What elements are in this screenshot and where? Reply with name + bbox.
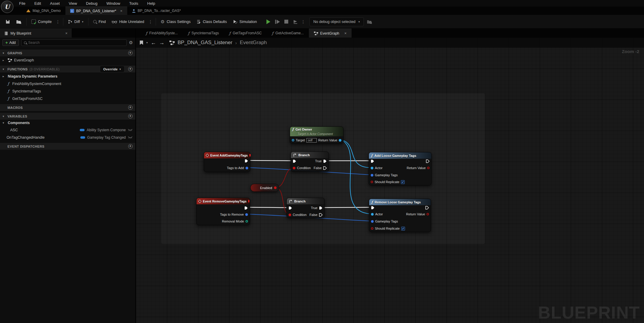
panel-settings-icon[interactable]: ⚙ [129,40,133,45]
stop-button[interactable] [283,18,290,26]
tab-my-blueprint[interactable]: My Blueprint × [0,29,72,38]
return-value-pin[interactable] [427,167,430,169]
node-enabled-variable[interactable]: Enabled [250,184,279,192]
search-input[interactable] [28,41,124,45]
diff-button[interactable]: Diff ▾ [65,17,86,27]
play-button[interactable] [265,18,272,26]
node-get-owner[interactable]: ƒ Get Owner Target is Actor Component Ta… [290,126,344,144]
forward-arrow-icon[interactable]: → [159,40,165,46]
menu-window[interactable]: Window [106,1,120,6]
node-event-removegameplaytags[interactable]: Event RemoveGameplayTags Tags to Remove … [196,198,250,225]
exec-in-pin[interactable] [289,206,292,210]
target-value-field[interactable] [306,138,317,143]
compile-options-icon[interactable]: ⋮ [55,19,61,24]
function-item-gettagsfromasc[interactable]: ƒ GetTagsFromASC [0,95,135,102]
function-group-niagara[interactable]: ▸ Niagara Dynamic Parameters [0,72,135,80]
actor-pin[interactable] [371,213,374,216]
actor-pin[interactable] [371,167,373,169]
condition-pin[interactable] [289,214,291,216]
expand-icon[interactable]: ▸ [3,59,6,62]
debug-object-dropdown[interactable]: No debug object selected ▾ [309,17,364,26]
close-panel-icon[interactable]: × [65,31,68,35]
close-tab-icon[interactable]: × [344,31,347,35]
override-dropdown[interactable]: Override ▾ [100,66,124,72]
false-exec-pin[interactable] [323,166,327,170]
exec-out-pin[interactable] [425,206,429,210]
enabled-output-pin[interactable] [274,186,277,189]
add-macro-icon[interactable]: + [128,105,133,110]
node-branch-1[interactable]: Branch True Condition False [291,152,329,172]
tab-bp-dna-gas-listener[interactable]: C BP_DNA_GAS_Listener* × [65,7,127,15]
node-add-loose-gameplay-tags[interactable]: ƒ Add Loose Gameplay Tags Actor Return V… [369,152,432,186]
simulation-button[interactable]: Simulation [230,17,260,27]
add-button[interactable]: + Add [2,39,19,46]
true-exec-pin[interactable] [323,159,327,163]
expand-icon[interactable]: ▸ [3,75,6,78]
exec-out-pin[interactable] [426,159,430,163]
menu-asset[interactable]: Asset [50,1,60,6]
menu-view[interactable]: View [69,1,77,6]
return-value-pin[interactable] [339,139,341,142]
graph-item-eventgraph[interactable]: ▸ EventGraph [0,56,135,64]
hide-unrelated-options-icon[interactable]: ⋮ [147,19,154,24]
doc-tab-getactivegame[interactable]: ƒ GetActiveGame... [267,29,309,38]
removal-mode-pin[interactable] [246,220,248,222]
section-macros[interactable]: MACROS + [0,104,135,111]
node-remove-loose-gameplay-tags[interactable]: ƒ Remove Loose Gameplay Tags Actor Retur… [369,199,431,232]
chevron-down-icon[interactable]: ▾ [146,41,148,44]
back-arrow-icon[interactable]: ← [151,40,156,46]
should-replicate-checkbox[interactable]: ✓ [401,227,405,231]
eye-closed-icon[interactable] [128,136,133,139]
compile-button[interactable]: ✓ Compile [28,17,55,27]
tags-to-add-pin[interactable] [246,167,248,169]
false-exec-pin[interactable] [319,213,323,217]
browse-asset-button[interactable] [13,17,24,27]
event-graph-canvas[interactable]: ▾ ← → BP_DNA_GAS_Listener › EventGraph Z… [136,38,644,323]
breadcrumb-current[interactable]: EventGraph [240,40,267,46]
breadcrumb-root[interactable]: BP_DNA_GAS_Listener [178,40,232,46]
add-dispatcher-icon[interactable]: + [128,144,133,149]
menu-debug[interactable]: Debug [86,1,97,6]
unreal-logo-icon[interactable]: U [1,1,13,13]
should-replicate-pin[interactable] [371,227,373,230]
target-pin[interactable] [292,139,294,141]
condition-pin[interactable] [293,167,295,169]
bookmark-icon[interactable] [139,41,143,45]
exec-out-pin[interactable] [245,159,248,163]
doc-tab-syncinternaltags[interactable]: ƒ SyncInternalTags [183,29,224,38]
gameplay-tags-pin[interactable] [371,220,374,223]
frame-skip-button[interactable] [274,18,281,26]
menu-tools[interactable]: Tools [129,1,138,6]
node-branch-2[interactable]: Branch True Condition False [286,198,325,218]
close-tab-icon[interactable]: × [120,9,122,13]
add-variable-icon[interactable]: + [128,114,133,118]
function-item-syncinternaltags[interactable]: ƒ SyncInternalTags [0,87,135,95]
section-graphs[interactable]: ▾ GRAPHS + [0,50,135,56]
variable-row-asc[interactable]: ASC Ability System Compone [0,126,135,134]
tab-bp-dna-character-gas[interactable]: BP_DNA_To...racter_GAS* [127,7,186,15]
class-defaults-button[interactable]: Class Defaults [194,17,230,27]
variable-group-components[interactable]: ▾ Components [0,120,135,126]
node-event-addgameplaytags[interactable]: Event AddGameplayTags Tags to Add [204,152,250,172]
tab-map-dna-demo[interactable]: Map_DNA_Demo [22,7,65,15]
doc-tab-gettagsfromasc[interactable]: ƒ GetTagsFromASC [224,29,267,38]
hide-unrelated-button[interactable]: Hide Unrelated [109,17,147,27]
function-item-findabilitysystemcomponent[interactable]: ƒ FindAbilitySystemComponent [0,80,135,87]
eject-button[interactable] [292,18,299,26]
eye-closed-icon[interactable] [128,129,133,131]
save-button[interactable] [2,17,13,27]
class-settings-button[interactable]: ⚙ Class Settings [158,17,194,27]
doc-tab-findabilitysystem[interactable]: ƒ FindAbilitySyste... [141,29,183,38]
tags-to-remove-pin[interactable] [245,213,248,216]
true-exec-pin[interactable] [319,206,323,210]
variable-row-ontagchangedhandle[interactable]: OnTagChangedHandle Gameplay Tag Changed [0,134,135,141]
doc-tab-eventgraph[interactable]: EventGraph × [309,29,352,38]
exec-in-pin[interactable] [371,206,375,210]
find-button[interactable]: Find [90,17,109,27]
menu-file[interactable]: File [19,1,25,6]
add-graph-icon[interactable]: + [128,51,133,55]
exec-out-pin[interactable] [244,206,248,210]
section-event-dispatchers[interactable]: EVENT DISPATCHERS + [0,143,135,150]
should-replicate-checkbox[interactable]: ✓ [401,180,405,184]
gameplay-tags-pin[interactable] [371,174,373,177]
